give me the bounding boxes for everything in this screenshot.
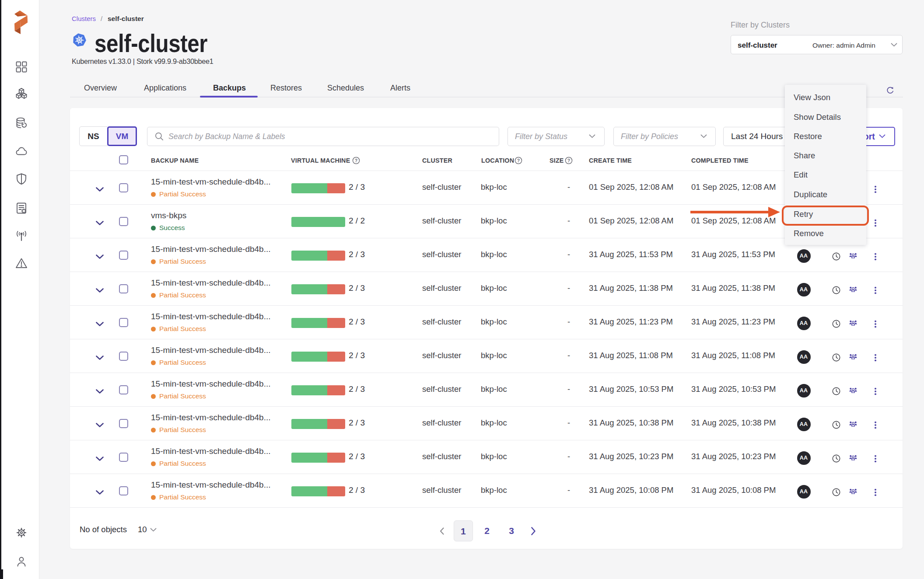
svg-text:?: ?: [567, 158, 570, 163]
svg-text:?: ?: [355, 158, 357, 163]
svg-text:?: ?: [517, 158, 520, 163]
